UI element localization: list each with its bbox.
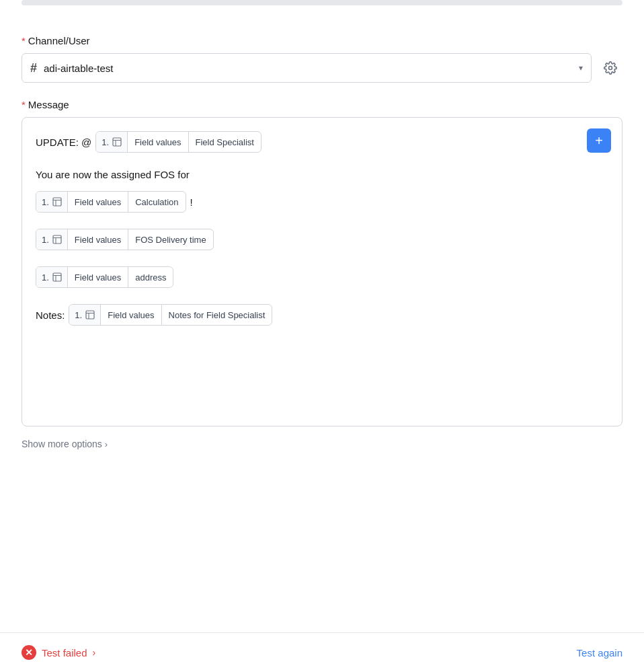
channel-name-text: adi-airtable-test [44, 63, 572, 74]
token-value-3: FOS Delivery time [128, 229, 212, 250]
token-field-2: Field values [68, 192, 128, 212]
show-more-options[interactable]: Show more options › [0, 426, 644, 461]
table-icon-2 [52, 197, 62, 207]
bottom-bar: ✕ Test failed › Test again [0, 632, 644, 672]
test-failed-arrow-icon: › [93, 647, 96, 658]
required-star-channel: * [22, 35, 26, 46]
fos-text: You are now the assigned FOS for [36, 169, 190, 180]
test-failed-text: Test failed [42, 647, 87, 659]
hash-icon: # [30, 61, 37, 75]
token-field-1: Field values [128, 132, 188, 152]
channel-select[interactable]: # adi-airtable-test ▾ [22, 53, 592, 83]
channel-label: * Channel/User [22, 35, 622, 46]
message-line-2: You are now the assigned FOS for [36, 169, 608, 180]
svg-rect-7 [53, 235, 61, 244]
token-value-4: address [128, 267, 173, 287]
token-num-5: 1. [69, 305, 101, 325]
token-row-4: 1. Field values [36, 266, 608, 288]
gear-icon [604, 61, 617, 75]
svg-rect-10 [53, 273, 61, 281]
channel-input-row: # adi-airtable-test ▾ [22, 53, 622, 83]
token-group-3[interactable]: 1. Field values [36, 229, 214, 250]
notes-row: Notes: 1. [36, 304, 608, 326]
token-field-4: Field values [68, 267, 128, 287]
table-icon-1 [112, 137, 122, 147]
update-prefix-text: UPDATE: @ [36, 137, 91, 148]
token-row-3: 1. Field values [36, 229, 608, 250]
token-num-3: 1. [36, 229, 68, 250]
message-section: * Message + UPDATE: @ 1. [22, 99, 622, 426]
svg-rect-13 [86, 311, 94, 319]
token-value-1: Field Specialist [189, 132, 261, 152]
message-label-text: Message [28, 99, 69, 110]
token-num-2: 1. [36, 192, 68, 212]
token-group-2[interactable]: 1. Field values [36, 191, 186, 213]
token-num-1: 1. [96, 132, 128, 152]
token-value-2: Calculation [128, 192, 185, 212]
token-group-4[interactable]: 1. Field values [36, 266, 173, 288]
calculation-suffix: ! [190, 196, 193, 208]
test-failed-group[interactable]: ✕ Test failed › [22, 645, 95, 660]
token-row-2: 1. Field values [36, 191, 608, 213]
content-area: * Channel/User # adi-airtable-test ▾ * M… [0, 19, 644, 426]
svg-rect-4 [53, 198, 61, 206]
table-icon-3 [52, 235, 62, 244]
scroll-hint [22, 0, 622, 5]
token-field-3: Field values [68, 229, 128, 250]
channel-label-text: Channel/User [28, 35, 90, 46]
token-value-5: Notes for Field Specialist [162, 305, 272, 325]
token-group-1[interactable]: 1. Field values [95, 131, 261, 153]
token-group-5[interactable]: 1. Field values [69, 304, 272, 326]
token-field-5: Field values [101, 305, 161, 325]
message-line-1: UPDATE: @ 1. [36, 131, 608, 153]
svg-point-0 [609, 67, 612, 70]
gear-button[interactable] [598, 56, 622, 80]
chevron-down-icon: ▾ [579, 63, 583, 73]
plus-icon: + [595, 133, 603, 149]
add-token-button[interactable]: + [587, 128, 611, 153]
required-star-message: * [22, 99, 26, 110]
table-icon-5 [85, 310, 95, 320]
message-box: + UPDATE: @ 1. [22, 117, 622, 426]
show-more-text: Show more options [22, 439, 102, 449]
table-icon-4 [52, 272, 62, 282]
chevron-right-icon: › [105, 439, 108, 449]
svg-rect-1 [113, 138, 121, 146]
test-again-button[interactable]: Test again [577, 647, 622, 659]
notes-label-text: Notes: [36, 309, 65, 321]
token-num-4: 1. [36, 267, 68, 287]
message-label: * Message [22, 99, 622, 110]
page-container: * Channel/User # adi-airtable-test ▾ * M… [0, 0, 644, 672]
test-failed-icon: ✕ [22, 645, 36, 660]
